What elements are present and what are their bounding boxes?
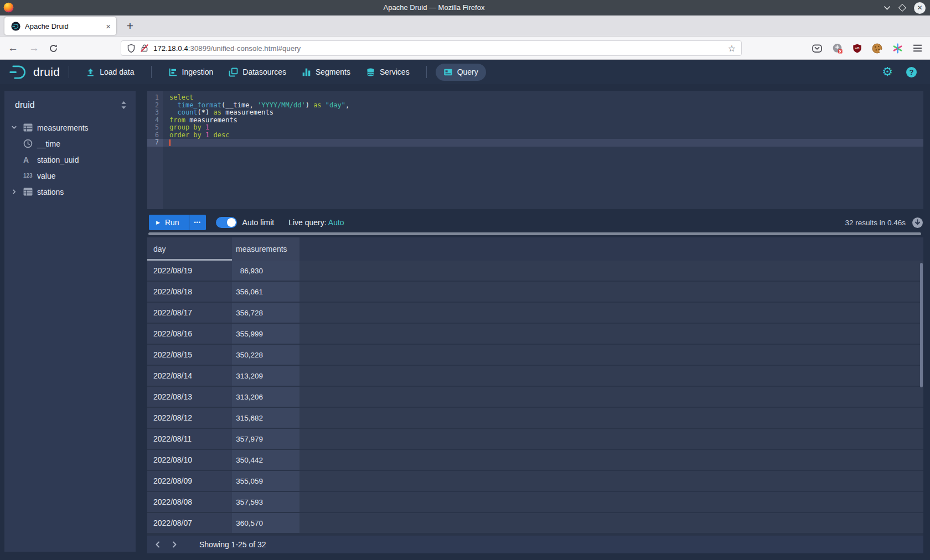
vertical-scrollbar[interactable] — [920, 263, 923, 387]
nav-item-datasources[interactable]: Datasources — [221, 64, 294, 81]
table-row[interactable]: 2022/08/13313,206 — [147, 387, 923, 408]
table-row[interactable]: 2022/08/15350,228 — [147, 345, 923, 366]
nav-item-load-data[interactable]: Load data — [78, 64, 142, 81]
tab-close-icon[interactable]: × — [106, 22, 111, 31]
bookmark-star-icon[interactable]: ☆ — [728, 43, 736, 54]
cell-day: 2022/08/16 — [147, 324, 232, 344]
table-row[interactable]: 2022/08/14313,209 — [147, 366, 923, 387]
horizontal-scrollbar[interactable] — [148, 232, 921, 235]
pocket-icon[interactable] — [812, 44, 822, 53]
cookie-icon[interactable] — [872, 43, 882, 54]
table-row[interactable]: 2022/08/07360,570 — [147, 513, 923, 534]
cell-day: 2022/08/10 — [147, 450, 232, 470]
run-button[interactable]: ▶ Run — [149, 215, 189, 230]
download-icon[interactable] — [912, 217, 923, 229]
brand-name: druid — [33, 65, 60, 79]
editor-code: select time_format(__time, 'YYYY/MM/dd')… — [163, 91, 923, 209]
new-tab-button[interactable]: + — [122, 18, 138, 34]
maximize-icon[interactable] — [900, 5, 905, 11]
line-number: 7 — [147, 139, 163, 147]
help-icon[interactable]: ? — [906, 67, 917, 77]
table-row[interactable]: 2022/08/08357,593 — [147, 492, 923, 513]
code-line: time_format(__time, 'YYYY/MM/dd') as "da… — [163, 102, 923, 110]
line-number: 6 — [147, 132, 163, 139]
nav-item-query[interactable]: Query — [436, 64, 486, 81]
druid-logo[interactable]: druid — [9, 64, 60, 80]
back-button[interactable]: ← — [8, 37, 18, 60]
shield-icon[interactable] — [127, 44, 136, 53]
table-row[interactable]: 2022/08/10350,442 — [147, 450, 923, 471]
live-query-value[interactable]: Auto — [328, 218, 344, 227]
cell-day: 2022/08/14 — [147, 366, 232, 386]
nav-item-segments[interactable]: Segments — [294, 64, 358, 81]
cell-measurements: 357,979 — [232, 429, 299, 449]
forward-button[interactable]: → — [29, 37, 39, 60]
nav-divider — [426, 66, 427, 78]
code-line: select — [163, 94, 923, 102]
table-row[interactable]: 2022/08/09355,059 — [147, 471, 923, 492]
cell-filler — [299, 282, 923, 302]
next-page-icon[interactable] — [170, 541, 178, 548]
table-row[interactable]: 2022/08/17356,728 — [147, 303, 923, 324]
number-icon: 123 — [23, 173, 37, 179]
reload-button[interactable] — [49, 37, 58, 60]
asterisk-extension-icon[interactable] — [892, 43, 903, 54]
settings-gear-icon[interactable]: ⚙ — [882, 66, 893, 78]
minimize-icon[interactable] — [884, 6, 891, 11]
tree-item-stations[interactable]: stations — [4, 184, 136, 200]
cell-day: 2022/08/09 — [147, 471, 232, 491]
column-header-measurements[interactable]: measurements — [232, 237, 299, 261]
druid-nav-groups: Load dataIngestionDatasourcesSegmentsSer… — [60, 64, 486, 81]
menu-icon[interactable] — [913, 44, 922, 52]
nav-item-ingestion[interactable]: Ingestion — [161, 64, 221, 81]
table-row[interactable]: 2022/08/11357,979 — [147, 429, 923, 450]
column-header-day[interactable]: day — [147, 237, 232, 261]
close-icon[interactable]: ✕ — [914, 2, 926, 14]
cell-measurements: 313,209 — [232, 366, 299, 386]
insecure-lock-icon[interactable] — [140, 44, 149, 53]
run-label: Run — [165, 218, 179, 227]
cell-measurements: 356,061 — [232, 282, 299, 302]
tree-item-measurements[interactable]: measurements — [4, 120, 136, 136]
firefox-logo-icon — [3, 2, 14, 13]
table-row[interactable]: 2022/08/18356,061 — [147, 282, 923, 303]
chevron-down-icon[interactable] — [11, 125, 23, 131]
result-status: 32 results in 0.46s — [845, 219, 906, 227]
table-row[interactable]: 2022/08/1986,930 — [147, 261, 923, 282]
previous-page-icon[interactable] — [154, 541, 162, 548]
editor-gutter: 1234567 — [147, 91, 163, 209]
nav-item-label: Datasources — [242, 68, 286, 76]
nav-item-label: Load data — [100, 68, 134, 76]
nav-item-services[interactable]: Services — [358, 64, 417, 81]
url-bar[interactable]: 172.18.0.4:30899/unified-console.html#qu… — [121, 40, 742, 56]
results-header-row: day measurements — [147, 237, 923, 261]
nav-divider — [151, 66, 152, 78]
run-more-button[interactable]: ••• — [189, 215, 206, 230]
tree-item--time[interactable]: __time — [4, 136, 136, 152]
window-title: Apache Druid — Mozilla Firefox — [384, 3, 485, 12]
cell-measurements: 356,728 — [232, 303, 299, 323]
svg-text:uO: uO — [855, 46, 860, 50]
cell-day: 2022/08/08 — [147, 492, 232, 512]
tab-apache-druid[interactable]: Apache Druid × — [4, 17, 116, 35]
table-row[interactable]: 2022/08/12315,682 — [147, 408, 923, 429]
toolbar-extensions: uO — [812, 37, 922, 60]
chevron-right-icon[interactable] — [11, 189, 23, 195]
ublock-shield-icon[interactable]: uO — [852, 44, 862, 53]
schema-tree: measurements__timeAstation_uuid123values… — [4, 120, 136, 200]
schema-selector[interactable]: druid — [15, 100, 35, 110]
auto-limit-toggle[interactable] — [216, 217, 237, 228]
tree-item-value[interactable]: 123value — [4, 168, 136, 184]
tree-item-station-uuid[interactable]: Astation_uuid — [4, 152, 136, 168]
console-workspace: druid measurements__timeAstation_uuid123… — [0, 84, 930, 560]
tree-item-label: value — [37, 172, 55, 180]
extension-disabled-icon[interactable] — [832, 43, 843, 54]
double-caret-icon[interactable] — [120, 101, 127, 110]
cell-filler — [299, 303, 923, 323]
cell-day: 2022/08/12 — [147, 408, 232, 428]
sql-editor[interactable]: 1234567 select time_format(__time, 'YYYY… — [147, 91, 923, 209]
table-row[interactable]: 2022/08/16355,999 — [147, 324, 923, 345]
results-table: day measurements 2022/08/1986,9302022/08… — [147, 237, 923, 536]
line-number: 5 — [147, 124, 163, 132]
window-titlebar: Apache Druid — Mozilla Firefox ✕ — [0, 0, 930, 15]
